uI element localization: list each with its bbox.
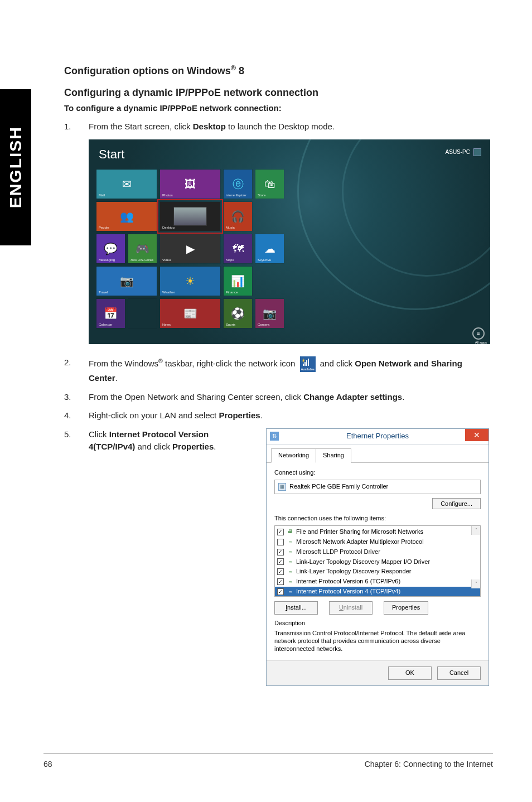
tile-people[interactable]: 👥People xyxy=(96,202,157,231)
tab-networking[interactable]: Networking xyxy=(271,448,316,463)
tile-skydrive[interactable]: ☁SkyDrive xyxy=(255,234,284,263)
headphones-icon: 🎧 xyxy=(231,211,245,222)
language-side-tab: ENGLISH xyxy=(0,89,31,245)
tile-messaging[interactable]: 💬Messaging xyxy=(96,234,125,263)
close-button[interactable]: ✕ xyxy=(465,429,489,441)
protocol-icon: ⎓ xyxy=(286,578,294,585)
step-1: 1. From the Start screen, click Desktop … xyxy=(64,120,488,133)
tile-finance[interactable]: 📊Finance xyxy=(224,267,252,296)
text: Configuration options on Windows xyxy=(64,65,231,76)
chat-icon: 💬 xyxy=(104,243,118,254)
text: . xyxy=(260,410,263,420)
list-item[interactable]: ✓🖶File and Printer Sharing for Microsoft… xyxy=(275,527,480,537)
start-title: Start xyxy=(99,147,124,162)
connection-items-list[interactable]: ✓🖶File and Printer Sharing for Microsoft… xyxy=(274,525,481,597)
step-4: 4. Right-click on your LAN and select Pr… xyxy=(64,409,488,422)
text: From the Open Network and Sharing Center… xyxy=(89,392,303,402)
sports-icon: ⚽ xyxy=(231,308,245,319)
cancel-button[interactable]: Cancel xyxy=(437,666,481,680)
text: . xyxy=(402,392,404,402)
vertical-scrollbar[interactable]: ˄˅ xyxy=(471,526,480,588)
list-item[interactable]: ⎓Microsoft Network Adapter Multiplexor P… xyxy=(275,537,480,547)
list-item[interactable]: ✓⎓Internet Protocol Version 4 (TCP/IPv4) xyxy=(275,587,480,596)
camera-icon: 📷 xyxy=(120,276,134,287)
list-item[interactable]: ✓⎓Link-Layer Topology Discovery Mapper I… xyxy=(275,557,480,567)
checkbox[interactable]: ✓ xyxy=(277,529,284,535)
install-button[interactable]: Install... xyxy=(274,601,318,615)
tab-sharing[interactable]: Sharing xyxy=(316,448,351,463)
tile-mail[interactable]: ✉Mail xyxy=(96,170,157,199)
tile-video[interactable]: ▶Video xyxy=(160,234,220,263)
tile-label: Weather xyxy=(162,291,175,294)
tile-label: News xyxy=(162,323,171,326)
dialog-titlebar: ⇅ Ethernet Properties ✕ xyxy=(267,429,489,445)
step5-row: Click Internet Protocol Version 4(TCP/IP… xyxy=(89,428,489,686)
checkbox[interactable]: ✓ xyxy=(277,578,284,585)
checkbox[interactable] xyxy=(277,539,284,545)
language-label: ENGLISH xyxy=(6,126,25,208)
item-label: Link-Layer Topology Discovery Mapper I/O… xyxy=(296,558,430,567)
registered-mark: ® xyxy=(231,64,236,72)
dialog-footer: OK Cancel xyxy=(267,660,489,685)
checkbox[interactable]: ✓ xyxy=(277,549,284,555)
page-footer: 68 Chapter 6: Connecting to the Internet xyxy=(43,753,493,769)
tile-empty xyxy=(128,299,157,328)
all-apps-button[interactable]: ≡ xyxy=(472,327,485,340)
tile-sports[interactable]: ⚽Sports xyxy=(224,299,252,328)
tile-label: Sports xyxy=(226,323,235,326)
tile-news[interactable]: 📰News xyxy=(160,299,220,328)
tile-internet-explorer[interactable]: ⓔInternet Explorer xyxy=(224,170,252,199)
item-label: Internet Protocol Version 4 (TCP/IPv4) xyxy=(296,587,400,596)
tile-calendar[interactable]: 📅Calendar xyxy=(96,299,125,328)
tile-desktop[interactable]: Desktop xyxy=(160,202,220,231)
tray-label: Available xyxy=(300,367,316,372)
description-text: Transmission Control Protocol/Internet P… xyxy=(274,629,481,653)
tile-maps[interactable]: 🗺Maps xyxy=(224,234,252,263)
uninstall-button[interactable]: Uninstall xyxy=(329,601,373,615)
step-number: 4. xyxy=(64,409,89,422)
protocol-icon: ⎓ xyxy=(286,539,294,545)
text: to launch the Desktop mode. xyxy=(226,122,335,131)
checkbox[interactable]: ✓ xyxy=(277,558,284,565)
configure-button[interactable]: Configure... xyxy=(432,498,481,509)
tile-label: Calendar xyxy=(99,323,112,326)
item-label: Internet Protocol Version 6 (TCP/IPv6) xyxy=(296,577,400,586)
scroll-down-icon[interactable]: ˅ xyxy=(471,579,480,588)
tile-camera[interactable]: 📷Camera xyxy=(255,299,284,328)
tile-label: Xbox LIVE Games xyxy=(130,258,153,262)
adapter-name: Realtek PCIe GBE Family Controller xyxy=(289,482,388,491)
ok-button[interactable]: OK xyxy=(388,666,432,680)
text: . xyxy=(214,442,216,451)
checkbox[interactable]: ✓ xyxy=(277,588,284,595)
heading-config-options: Configuration options on Windows® 8 xyxy=(64,64,488,77)
list-item[interactable]: ✓⎓Link-Layer Topology Discovery Responde… xyxy=(275,567,480,577)
tile-store[interactable]: 🛍Store xyxy=(255,170,284,199)
calendar-icon: 📅 xyxy=(104,308,118,319)
tile-label: Travel xyxy=(99,291,108,294)
tile-label: Messaging xyxy=(99,258,115,262)
scroll-up-icon[interactable]: ˄ xyxy=(471,526,480,535)
tile-photos[interactable]: 🖼Photos xyxy=(160,170,220,199)
tile-xbox[interactable]: 🎮Xbox LIVE Games xyxy=(128,234,157,263)
step-number: 5. xyxy=(64,428,89,686)
steps-list: 1. From the Start screen, click Desktop … xyxy=(64,120,488,133)
mail-icon: ✉ xyxy=(122,178,132,190)
text-bold: Properties xyxy=(219,410,260,420)
ie-icon: ⓔ xyxy=(233,178,244,190)
checkbox[interactable]: ✓ xyxy=(277,568,284,575)
description-header: Description xyxy=(274,619,481,628)
tile-music[interactable]: 🎧Music xyxy=(224,202,252,231)
tile-grid: ✉Mail 👥People 💬Messaging 🎮Xbox LIVE Game… xyxy=(96,170,284,328)
steps-list-cont: 2. From the Windows® taskbar, right-clic… xyxy=(64,356,488,687)
list-item[interactable]: ✓⎓Internet Protocol Version 6 (TCP/IPv6) xyxy=(275,577,480,587)
signal-bars-icon xyxy=(303,359,309,366)
text: and click xyxy=(320,359,355,368)
tile-label: Finance xyxy=(226,291,238,294)
tile-weather[interactable]: ☀Weather xyxy=(160,267,220,296)
tile-label: Mail xyxy=(99,194,105,197)
tile-travel[interactable]: 📷Travel xyxy=(96,267,157,296)
text: 8 xyxy=(236,65,244,76)
properties-button[interactable]: Properties xyxy=(384,601,428,615)
chart-icon: 📊 xyxy=(231,276,245,287)
list-item[interactable]: ✓⎓Microsoft LLDP Protocol Driver xyxy=(275,547,480,557)
